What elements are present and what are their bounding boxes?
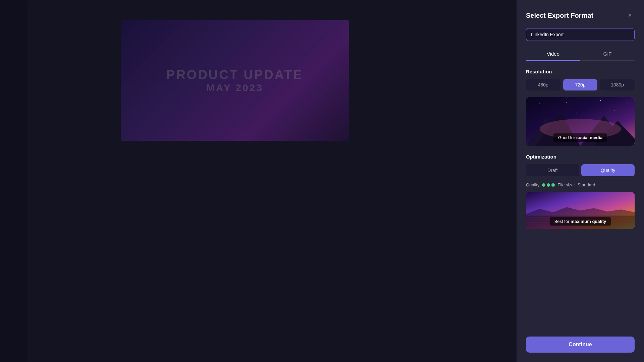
filesize-value: Standard: [578, 182, 595, 187]
resolution-preview-caption: Good for social media: [553, 133, 607, 142]
tab-gif[interactable]: GIF: [580, 48, 635, 61]
resolution-preview: Good for social media: [526, 97, 635, 146]
res-480p[interactable]: 480p: [526, 79, 560, 90]
quality-info-row: Quality File size: Standard: [526, 182, 635, 187]
dot-3: [551, 183, 555, 187]
svg-point-6: [614, 110, 614, 111]
quality-dots: [542, 183, 555, 187]
continue-button[interactable]: Continue: [526, 337, 635, 353]
export-format-modal: Select Export Format × Video GIF Resolut…: [517, 0, 644, 362]
opt-draft[interactable]: Draft: [526, 164, 579, 176]
res-1080p[interactable]: 1080p: [600, 79, 635, 90]
filesize-label: File size:: [557, 182, 575, 187]
dot-2: [547, 183, 550, 187]
format-tabs: Video GIF: [526, 48, 635, 61]
svg-point-5: [600, 100, 601, 101]
resolution-label: Resolution: [526, 69, 635, 74]
dot-1: [542, 183, 545, 187]
svg-point-1: [539, 104, 540, 104]
modal-title: Select Export Format: [526, 12, 593, 19]
close-button[interactable]: ×: [625, 11, 635, 20]
svg-point-7: [628, 104, 628, 104]
svg-point-3: [566, 102, 567, 103]
res-720p[interactable]: 720p: [563, 79, 598, 90]
opt-quality[interactable]: Quality: [581, 164, 635, 176]
svg-point-2: [553, 109, 553, 109]
svg-point-4: [587, 107, 587, 107]
optimization-group: Draft Quality: [526, 164, 635, 176]
svg-point-8: [546, 114, 546, 114]
resolution-group: 480p 720p 1080p: [526, 79, 635, 90]
quality-preview: Best for maximum quality: [526, 192, 635, 229]
export-name-input[interactable]: [526, 28, 635, 41]
svg-point-9: [577, 112, 577, 113]
tab-video[interactable]: Video: [526, 48, 580, 61]
quality-preview-caption: Best for maximum quality: [550, 217, 611, 226]
quality-text: Quality: [526, 182, 539, 187]
modal-header: Select Export Format ×: [526, 11, 635, 20]
optimization-label: Optimization: [526, 154, 635, 160]
resolution-preview-highlight: social media: [576, 135, 602, 140]
quality-preview-highlight: maximum quality: [571, 219, 606, 224]
